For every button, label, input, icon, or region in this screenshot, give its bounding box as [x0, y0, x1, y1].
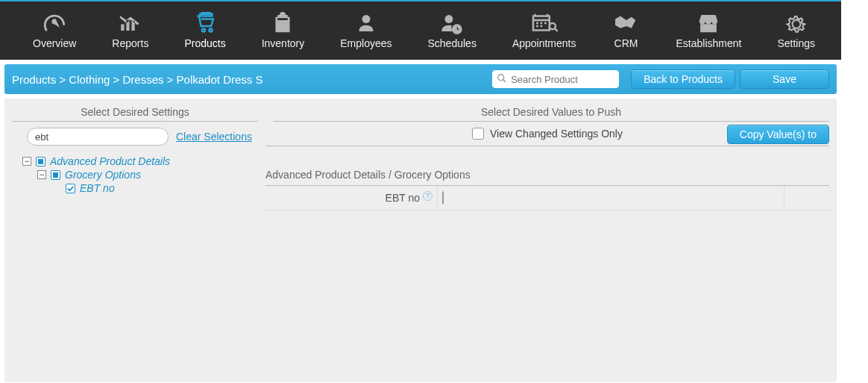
nav-inventory[interactable]: Inventory	[244, 1, 323, 60]
breadcrumb-part[interactable]: Clothing	[69, 73, 110, 86]
copy-values-button[interactable]: Copy Value(s) to	[727, 125, 829, 144]
settings-tree-pane: Select Desired Settings Clear Selections…	[4, 99, 265, 382]
nav-label: Products	[184, 37, 225, 49]
nav-establishment[interactable]: Establishment	[658, 1, 760, 60]
collapse-icon[interactable]: −	[22, 157, 31, 166]
nav-employees[interactable]: Employees	[322, 1, 409, 60]
settings-filter-input[interactable]	[27, 128, 169, 146]
tree-checkbox[interactable]	[66, 184, 75, 193]
nav-schedules[interactable]: Schedules	[410, 1, 494, 60]
clipboard-icon	[270, 12, 295, 34]
nav-label: Overview	[33, 37, 76, 49]
chart-up-icon	[118, 12, 143, 34]
tree-node-grocery-options[interactable]: − Grocery Options	[22, 168, 258, 181]
nav-label: Inventory	[262, 37, 305, 49]
tree-checkbox[interactable]	[51, 170, 60, 180]
nav-label: Appointments	[512, 37, 576, 49]
nav-label: Settings	[777, 37, 815, 49]
left-pane-title: Select Desired Settings	[12, 106, 258, 122]
breadcrumb[interactable]: Products > Clothing > Dresses > Polkadot…	[12, 73, 492, 86]
nav-label: Schedules	[428, 37, 477, 49]
tree-label[interactable]: EBT no	[80, 182, 115, 194]
nav-products[interactable]: Products	[166, 1, 243, 60]
nav-crm[interactable]: CRM	[594, 1, 658, 60]
nav-label: Employees	[340, 37, 391, 49]
back-to-products-button[interactable]: Back to Products	[631, 69, 735, 89]
tree-label[interactable]: Advanced Product Details	[50, 155, 170, 167]
nav-overview[interactable]: Overview	[15, 1, 94, 60]
tree-node-advanced-product-details[interactable]: − Advanced Product Details	[22, 155, 258, 168]
nav-reports[interactable]: Reports	[94, 1, 166, 60]
nav-appointments[interactable]: Appointments	[494, 1, 594, 60]
view-changed-only-label: View Changed Settings Only	[490, 128, 623, 140]
values-pane: Select Desired Values to Push View Chang…	[265, 99, 837, 382]
right-pane-title: Select Desired Values to Push	[273, 106, 829, 122]
nav-label: Establishment	[676, 37, 742, 49]
calendar-search-icon	[529, 12, 559, 34]
settings-panel: Select Desired Settings Clear Selections…	[4, 99, 837, 382]
ebt-no-checkbox[interactable]	[442, 191, 444, 205]
field-label: EBT no	[386, 192, 420, 204]
tree-node-ebt-no[interactable]: EBT no	[22, 181, 258, 195]
nav-label: Reports	[112, 37, 148, 49]
search-wrap	[492, 70, 619, 88]
settings-tree: − Advanced Product Details − Grocery Opt…	[4, 152, 265, 195]
clear-selections-link[interactable]: Clear Selections	[176, 131, 252, 143]
nav-label: CRM	[614, 37, 638, 49]
breadcrumb-sep: >	[59, 73, 69, 86]
search-input[interactable]	[492, 70, 619, 88]
breadcrumb-part[interactable]: Dresses	[122, 73, 163, 86]
gear-icon	[784, 12, 809, 34]
breadcrumb-sep: >	[113, 73, 123, 86]
view-changed-only-checkbox[interactable]	[472, 128, 484, 140]
top-nav: Overview Reports Products Inventory Empl…	[0, 0, 841, 60]
person-clock-icon	[439, 12, 465, 34]
nav-settings[interactable]: Settings	[759, 1, 833, 60]
storefront-icon	[696, 12, 721, 34]
breadcrumb-sep: >	[167, 73, 177, 86]
breadcrumb-part[interactable]: Products	[12, 73, 56, 86]
field-row-ebt-no: EBT no ?	[265, 186, 829, 211]
svg-point-1	[498, 75, 504, 81]
save-button[interactable]: Save	[740, 69, 829, 89]
gauge-icon	[42, 12, 67, 34]
cart-icon	[192, 12, 218, 34]
breadcrumb-part: Polkadot Dress S	[177, 73, 263, 86]
tree-checkbox[interactable]	[36, 157, 45, 166]
person-icon	[353, 12, 379, 34]
tree-label[interactable]: Grocery Options	[65, 169, 141, 181]
help-icon[interactable]: ?	[423, 191, 433, 201]
blue-action-bar: Products > Clothing > Dresses > Polkadot…	[4, 64, 837, 94]
search-icon	[497, 73, 507, 84]
handshake-icon	[612, 12, 641, 34]
collapse-icon[interactable]: −	[37, 170, 46, 179]
section-subheader: Advanced Product Details / Grocery Optio…	[265, 169, 829, 186]
